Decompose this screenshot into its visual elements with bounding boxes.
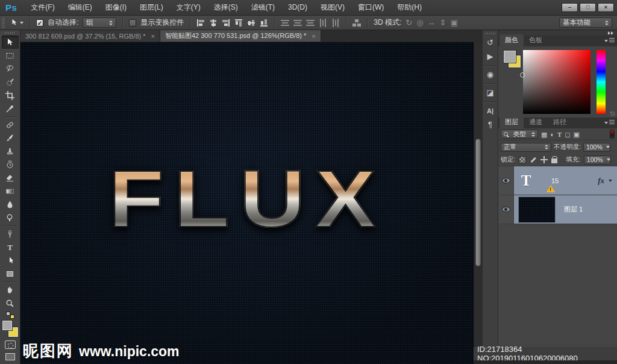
- hand-tool[interactable]: [2, 283, 19, 297]
- blend-mode-dropdown[interactable]: 正常: [501, 143, 551, 152]
- tab-color[interactable]: 颜色: [500, 34, 524, 46]
- tab-channels[interactable]: 通道: [524, 116, 548, 128]
- layers-panel-menu-icon[interactable]: [604, 120, 615, 125]
- filter-adjustment-layers-icon[interactable]: ◐: [550, 131, 554, 138]
- 3d-roll-icon[interactable]: ◎: [416, 19, 423, 27]
- align-vertical-centers-icon[interactable]: [248, 19, 255, 27]
- minimize-button[interactable]: –: [562, 3, 578, 12]
- eraser-tool[interactable]: [2, 171, 19, 184]
- lock-all-icon[interactable]: [551, 158, 557, 163]
- collapse-panels-icon[interactable]: [608, 31, 613, 35]
- tool-preset-move-icon[interactable]: [10, 19, 23, 27]
- layer-row-text[interactable]: T 15 ! fx: [498, 166, 617, 195]
- auto-select-checkbox[interactable]: ✓: [36, 19, 43, 27]
- screen-mode-button[interactable]: [5, 353, 15, 360]
- opacity-dropdown[interactable]: 100%: [583, 143, 610, 152]
- styles-panel-icon[interactable]: ◉: [483, 68, 498, 81]
- filter-pixel-layers-icon[interactable]: ▦: [541, 131, 547, 138]
- 3d-drag-icon[interactable]: ↔: [428, 19, 436, 27]
- properties-panel-icon[interactable]: ◪: [483, 86, 498, 99]
- quick-selection-tool[interactable]: [2, 75, 19, 89]
- distribute-top-edges-icon[interactable]: [281, 19, 289, 27]
- lasso-tool[interactable]: [2, 62, 19, 75]
- 3d-rotate-icon[interactable]: ↻: [406, 19, 412, 27]
- layer-name[interactable]: 15: [551, 177, 559, 184]
- color-panel-menu-icon[interactable]: [604, 38, 615, 43]
- tab-paths[interactable]: 路径: [548, 116, 572, 128]
- saturation-brightness-field[interactable]: [523, 50, 590, 114]
- text-layer-thumbnail[interactable]: T: [514, 172, 538, 189]
- maximize-button[interactable]: □: [580, 3, 596, 12]
- visibility-cell[interactable]: [498, 195, 514, 224]
- tab-close-icon[interactable]: ×: [151, 33, 155, 39]
- menu-filter[interactable]: 滤镜(T): [245, 0, 281, 15]
- zoom-tool[interactable]: [2, 297, 19, 310]
- align-bottom-edges-icon[interactable]: [260, 19, 268, 27]
- history-brush-tool[interactable]: [2, 158, 19, 171]
- auto-align-layers-icon[interactable]: [352, 19, 361, 27]
- menu-view[interactable]: 视图(V): [314, 0, 351, 15]
- blur-tool[interactable]: [2, 198, 19, 211]
- layer-filter-toggle[interactable]: [610, 130, 615, 139]
- panel-foreground-swatch[interactable]: [504, 51, 516, 63]
- menu-select[interactable]: 选择(S): [207, 0, 245, 15]
- menu-window[interactable]: 窗口(W): [351, 0, 390, 15]
- canvas-vertical-scrollbar[interactable]: [474, 42, 482, 364]
- menu-edit[interactable]: 编辑(E): [61, 0, 99, 15]
- layer-effects-button[interactable]: fx: [598, 176, 612, 186]
- path-selection-tool[interactable]: [2, 254, 19, 267]
- tab-swatches[interactable]: 色板: [524, 34, 548, 46]
- panel-resize-grip[interactable]: [610, 111, 615, 116]
- color-cursor[interactable]: [520, 72, 525, 78]
- quick-mask-button[interactable]: [5, 340, 16, 349]
- workspace-dropdown[interactable]: 基本功能: [559, 17, 612, 28]
- menu-3d[interactable]: 3D(D): [281, 0, 314, 15]
- menu-image[interactable]: 图像(I): [99, 0, 133, 15]
- align-top-edges-icon[interactable]: [235, 19, 242, 27]
- distribute-left-edges-icon[interactable]: [319, 19, 327, 27]
- filter-type-layers-icon[interactable]: T: [557, 131, 562, 138]
- show-transform-checkbox[interactable]: [129, 19, 136, 27]
- menu-layer[interactable]: 图层(L): [133, 0, 170, 15]
- layer-row-background[interactable]: 图层 1: [498, 195, 617, 224]
- tab-layers[interactable]: 图层: [500, 116, 524, 128]
- eyedropper-tool[interactable]: [2, 102, 19, 115]
- rectangle-tool[interactable]: [2, 267, 19, 280]
- filter-type-dropdown[interactable]: 类型: [501, 130, 538, 139]
- distribute-bottom-edges-icon[interactable]: [306, 19, 315, 27]
- lock-position-icon[interactable]: [540, 156, 548, 163]
- menu-file[interactable]: 文件(F): [24, 0, 61, 15]
- history-panel-icon[interactable]: ↺: [483, 36, 498, 49]
- filter-smart-objects-icon[interactable]: ▣: [574, 131, 580, 138]
- distribute-horizontal-centers-icon[interactable]: [332, 19, 339, 27]
- auto-select-dropdown[interactable]: 组: [83, 17, 116, 28]
- foreground-color-swatch[interactable]: [2, 321, 12, 330]
- layer-name[interactable]: 图层 1: [564, 205, 583, 214]
- distribute-vertical-centers-icon[interactable]: [293, 19, 302, 27]
- close-button[interactable]: ×: [598, 3, 614, 12]
- lock-transparency-icon[interactable]: [519, 156, 526, 163]
- gradient-tool[interactable]: [2, 184, 19, 198]
- align-horizontal-centers-icon[interactable]: [209, 19, 218, 27]
- actions-panel-icon[interactable]: ▶: [483, 50, 498, 63]
- lock-image-icon[interactable]: [530, 156, 537, 163]
- dodge-tool[interactable]: [2, 211, 19, 224]
- document-canvas[interactable]: FLUX 昵图网 www.nipic.com: [20, 42, 474, 364]
- 3d-scale-icon[interactable]: ▣: [451, 19, 458, 27]
- document-tab-1[interactable]: 300 812 609.psd @ 37.2% (15, RGB/8) * ×: [20, 30, 160, 42]
- default-colors-icon[interactable]: [6, 312, 14, 319]
- marquee-tool[interactable]: [2, 49, 19, 62]
- clone-stamp-tool[interactable]: [2, 145, 19, 158]
- paragraph-panel-icon[interactable]: ¶: [483, 118, 498, 131]
- type-tool[interactable]: T: [2, 240, 19, 254]
- character-panel-icon[interactable]: A|: [483, 104, 498, 117]
- scrollbar-thumb[interactable]: [475, 139, 481, 266]
- tab-close-icon[interactable]: ×: [312, 33, 315, 39]
- brush-tool[interactable]: [2, 131, 19, 145]
- 3d-slide-icon[interactable]: ⇕: [440, 19, 446, 27]
- menu-type[interactable]: 文字(Y): [170, 0, 207, 15]
- align-left-edges-icon[interactable]: [196, 19, 205, 27]
- image-layer-thumbnail[interactable]: [518, 196, 556, 223]
- visibility-cell[interactable]: [498, 166, 514, 195]
- pen-tool[interactable]: [2, 227, 19, 240]
